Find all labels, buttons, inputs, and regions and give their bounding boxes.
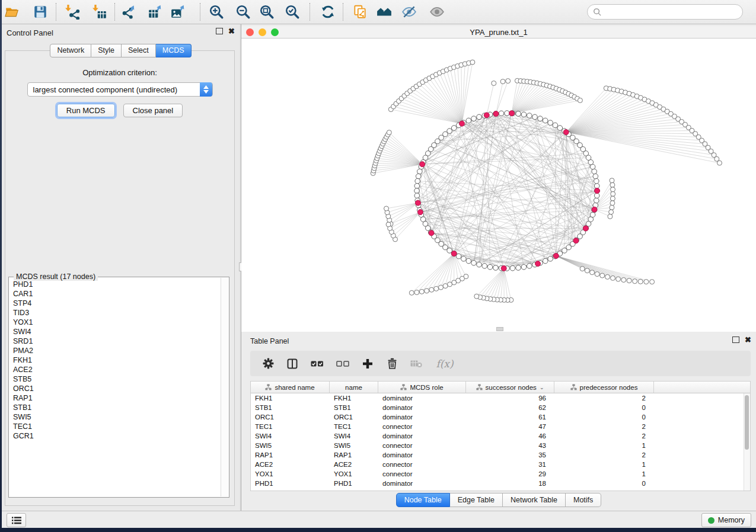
zoom-selected-icon[interactable] <box>285 4 300 20</box>
mcds-result-item[interactable]: ACE2 <box>9 365 221 374</box>
column-header-successor-nodes[interactable]: successor nodes⌄ <box>466 382 554 393</box>
mcds-result-item[interactable]: SWI5 <box>9 412 221 422</box>
column-header-MCDS-role[interactable]: MCDS role <box>378 382 466 393</box>
mcds-result-item[interactable]: TEC1 <box>9 422 221 431</box>
column-header-shared-name[interactable]: shared name <box>251 382 330 393</box>
table-cell[interactable]: SWI4 <box>330 431 378 441</box>
table-cell[interactable]: ACE2 <box>330 460 378 469</box>
table-cell[interactable]: dominator <box>378 393 466 403</box>
search-field[interactable] <box>587 4 743 20</box>
table-cell[interactable]: dominator <box>378 403 466 412</box>
mcds-result-item[interactable]: TID3 <box>9 308 221 318</box>
table-cell[interactable]: SWI4 <box>251 431 330 441</box>
table-scrollbar[interactable] <box>744 393 750 491</box>
table-cell[interactable]: dominator <box>378 450 466 460</box>
mcds-result-item[interactable]: PMA2 <box>9 346 221 355</box>
result-scrollbar[interactable] <box>221 278 228 496</box>
table-cell[interactable]: ORC1 <box>330 412 378 422</box>
tab-edge-table[interactable]: Edge Table <box>450 493 503 507</box>
close-panel-icon[interactable]: ✖ <box>228 28 235 34</box>
show-panels-button[interactable] <box>7 513 26 527</box>
table-cell[interactable]: FKH1 <box>251 393 330 403</box>
table-row[interactable]: YOX1YOX1connector291 <box>251 469 744 479</box>
table-cell[interactable]: 47 <box>466 422 554 431</box>
export-image-icon[interactable] <box>170 4 186 20</box>
export-network-icon[interactable] <box>121 4 136 20</box>
table-cell[interactable]: 0 <box>554 412 654 422</box>
network-graph[interactable] <box>241 39 755 332</box>
table-cell[interactable]: connector <box>378 422 466 431</box>
tab-select[interactable]: Select <box>122 44 156 57</box>
mcds-result-item[interactable]: STP4 <box>9 299 221 308</box>
table-cell[interactable]: dominator <box>378 431 466 441</box>
tab-mcds[interactable]: MCDS <box>156 44 192 57</box>
table-cell[interactable]: dominator <box>378 412 466 422</box>
mcds-result-item[interactable]: ORC1 <box>9 384 221 393</box>
table-cell[interactable]: 31 <box>466 460 554 469</box>
table-cell[interactable]: 2 <box>554 450 654 460</box>
mcds-result-item[interactable]: SRD1 <box>9 336 221 346</box>
table-cell[interactable]: 1 <box>554 469 654 479</box>
table-cell[interactable]: 18 <box>466 479 554 488</box>
table-cell[interactable]: RAP1 <box>251 450 330 460</box>
hide-selected-icon[interactable] <box>401 4 417 20</box>
select-all-columns-icon[interactable] <box>311 358 324 370</box>
table-row[interactable]: TEC1TEC1connector472 <box>251 422 744 431</box>
table-cell[interactable]: 46 <box>466 431 554 441</box>
table-cell[interactable]: 96 <box>466 393 554 403</box>
table-cell[interactable]: 2 <box>554 431 654 441</box>
table-cell[interactable]: PHD1 <box>251 479 330 488</box>
table-cell[interactable]: YOX1 <box>251 469 330 479</box>
table-cell[interactable]: SWI5 <box>330 441 378 450</box>
show-columns-icon[interactable] <box>286 358 298 370</box>
column-header-name[interactable]: name <box>330 382 378 393</box>
table-cell[interactable]: connector <box>378 460 466 469</box>
table-row[interactable]: FKH1FKH1dominator962 <box>251 393 744 403</box>
mcds-result-item[interactable]: CAR1 <box>9 289 221 299</box>
save-session-icon[interactable] <box>33 4 48 20</box>
table-cell[interactable]: 35 <box>466 450 554 460</box>
clone-network-icon[interactable] <box>352 4 368 20</box>
table-cell[interactable]: connector <box>378 441 466 450</box>
table-cell[interactable]: dominator <box>378 479 466 488</box>
first-neighbors-icon[interactable] <box>377 4 392 20</box>
table-cell[interactable]: PHD1 <box>330 479 378 488</box>
table-row[interactable]: SWI4SWI4dominator462 <box>251 431 744 441</box>
mcds-result-item[interactable]: STB5 <box>9 374 221 384</box>
table-row[interactable]: ORC1ORC1dominator610 <box>251 412 744 422</box>
table-cell[interactable]: RAP1 <box>330 450 378 460</box>
tab-style[interactable]: Style <box>91 44 122 57</box>
table-cell[interactable]: 2 <box>554 393 654 403</box>
tab-network[interactable]: Network <box>50 44 91 57</box>
table-cell[interactable]: STB1 <box>330 403 378 412</box>
close-panel-button[interactable]: Close panel <box>123 104 183 117</box>
show-all-icon[interactable] <box>429 4 445 20</box>
import-network-icon[interactable] <box>65 4 80 20</box>
table-cell[interactable]: TEC1 <box>330 422 378 431</box>
mcds-result-item[interactable]: GCR1 <box>9 431 221 441</box>
table-cell[interactable]: ORC1 <box>251 412 330 422</box>
mcds-result-list[interactable]: PHD1CAR1STP4TID3YOX1SWI4SRD1PMA2FKH1ACE2… <box>9 278 221 496</box>
memory-button[interactable]: Memory <box>701 513 751 527</box>
mcds-result-item[interactable]: PHD1 <box>9 280 221 289</box>
tab-node-table[interactable]: Node Table <box>396 493 450 507</box>
table-cell[interactable]: 0 <box>554 479 654 488</box>
run-mcds-button[interactable]: Run MCDS <box>57 104 115 117</box>
table-cell[interactable]: 1 <box>554 441 654 450</box>
table-cell[interactable]: TEC1 <box>251 422 330 431</box>
mcds-result-item[interactable]: SWI4 <box>9 327 221 336</box>
zoom-out-icon[interactable] <box>235 4 251 20</box>
float-panel-icon[interactable] <box>216 28 223 34</box>
create-column-icon[interactable] <box>362 358 374 370</box>
table-cell[interactable]: 2 <box>554 422 654 431</box>
import-table-icon[interactable] <box>92 4 107 20</box>
open-file-icon[interactable] <box>4 4 20 20</box>
table-row[interactable]: ACE2ACE2connector311 <box>251 460 744 469</box>
refresh-layout-icon[interactable] <box>320 4 336 20</box>
table-cell[interactable]: 62 <box>466 403 554 412</box>
table-row[interactable]: STB1STB1dominator620 <box>251 403 744 412</box>
delete-columns-icon[interactable] <box>386 358 398 370</box>
mcds-result-item[interactable]: YOX1 <box>9 318 221 327</box>
table-cell[interactable]: connector <box>378 469 466 479</box>
table-cell[interactable]: 61 <box>466 412 554 422</box>
